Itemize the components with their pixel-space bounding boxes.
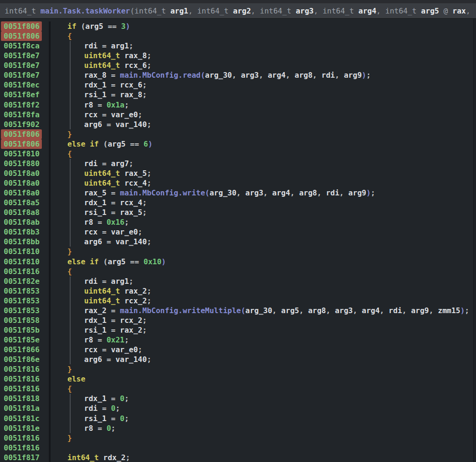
identifier-token[interactable]: rax_2 <box>120 326 142 335</box>
operator-token[interactable]: = <box>98 41 111 50</box>
identifier-token[interactable]: r8 <box>84 424 93 433</box>
argument-token[interactable]: arg5 <box>421 7 439 15</box>
argument-token[interactable]: arg2 <box>233 7 251 15</box>
identifier-token[interactable]: rax_5 <box>125 169 147 178</box>
address[interactable]: 0051f8e7 <box>1 60 42 70</box>
operator-token[interactable]: = <box>98 277 111 286</box>
identifier-token[interactable]: rdi <box>389 306 402 315</box>
operator-token[interactable]: = <box>106 80 120 89</box>
operator-token[interactable]: , <box>259 71 268 80</box>
identifier-token[interactable]: arg7 <box>111 159 129 168</box>
address[interactable]: 0051f81a <box>1 403 42 413</box>
number-token[interactable]: 6 <box>144 140 148 148</box>
identifier-token[interactable]: arg1 <box>111 277 129 286</box>
operator-token[interactable]: ; <box>147 179 152 187</box>
operator-token[interactable]: ; <box>366 71 371 80</box>
operator-token[interactable]: ; <box>129 41 133 50</box>
paren-token[interactable]: ) <box>161 257 166 266</box>
address[interactable]: 0051f858 <box>1 315 42 325</box>
address[interactable]: 0051f8b3 <box>1 227 42 237</box>
identifier-token[interactable]: rcx_4 <box>120 198 142 207</box>
operator-token[interactable]: , <box>326 306 335 315</box>
identifier-token[interactable]: rcx_6 <box>120 80 142 89</box>
identifier-token[interactable]: rcx <box>84 345 98 354</box>
signature-type-token[interactable]: , <box>466 7 470 15</box>
identifier-token[interactable]: rax_8 <box>125 51 147 60</box>
address[interactable]: 0051f81c <box>1 414 42 423</box>
address[interactable]: 0051f853 <box>1 296 42 306</box>
address[interactable]: 0051f8ec <box>1 80 42 90</box>
address[interactable]: 0051f853 <box>1 286 42 296</box>
identifier-token[interactable]: arg9 <box>344 71 362 80</box>
brace-token[interactable]: } <box>67 247 72 256</box>
identifier-token[interactable]: rdi <box>84 159 98 168</box>
address[interactable]: 0051f816 <box>1 374 42 384</box>
operator-token[interactable]: = <box>98 404 111 413</box>
operator-token[interactable]: = <box>106 326 120 335</box>
brace-token[interactable]: } <box>67 130 72 139</box>
number-token[interactable]: 3 <box>121 22 126 31</box>
address-highlighted[interactable]: 0051f806 <box>1 139 42 149</box>
address[interactable]: 0051f816 <box>1 433 42 443</box>
keyword-token[interactable]: else if <box>67 140 99 148</box>
identifier-token[interactable]: rcx_6 <box>125 61 147 70</box>
identifier-token[interactable]: var_140 <box>115 120 146 129</box>
operator-token[interactable]: ; <box>126 453 130 462</box>
operator-token[interactable]: , <box>232 71 241 80</box>
brace-token[interactable]: } <box>67 434 72 442</box>
operator-token[interactable]: ; <box>125 218 129 227</box>
function-call-token[interactable]: main.MbConfig.read( <box>120 71 205 80</box>
address[interactable]: 0051f818 <box>1 394 42 403</box>
address[interactable]: 0051f8ab <box>1 217 42 227</box>
address[interactable]: 0051f8a0 <box>1 168 42 178</box>
identifier-token[interactable]: rsi_1 <box>84 208 106 217</box>
address[interactable]: 0051f85e <box>1 335 42 345</box>
argument-token[interactable]: arg3 <box>296 7 314 15</box>
operator-token[interactable]: ; <box>147 169 152 178</box>
operator-token[interactable]: = <box>106 394 120 403</box>
identifier-token[interactable]: arg5 <box>108 140 126 148</box>
identifier-token[interactable]: arg_30 <box>245 306 272 315</box>
paren-token[interactable]: ) <box>126 22 130 31</box>
address[interactable]: 0051f8fa <box>1 110 42 120</box>
function-call-token[interactable]: ) <box>362 71 366 80</box>
address[interactable]: 0051f8a5 <box>1 198 42 208</box>
identifier-token[interactable]: r8 <box>84 218 93 227</box>
address[interactable]: 0051f8a0 <box>1 178 42 188</box>
identifier-token[interactable]: arg1 <box>111 41 129 50</box>
identifier-token[interactable]: arg8 <box>295 71 313 80</box>
identifier-token[interactable]: var_e0 <box>111 345 138 354</box>
identifier-token[interactable]: rdx_1 <box>84 316 106 325</box>
signature-type-token[interactable]: int64_t <box>260 7 296 15</box>
identifier-token[interactable]: arg5 <box>108 257 126 266</box>
function-call-token[interactable]: main.MbConfig.write( <box>120 188 210 197</box>
address[interactable]: 0051f866 <box>1 345 42 355</box>
identifier-token[interactable]: rdi <box>326 188 339 197</box>
identifier-token[interactable]: arg6 <box>84 237 102 246</box>
keyword-token[interactable]: else <box>67 375 86 383</box>
operator-token[interactable]: , <box>299 306 308 315</box>
argument-token[interactable]: arg4 <box>358 7 377 15</box>
address[interactable]: 0051f8f2 <box>1 100 42 110</box>
operator-token[interactable]: ; <box>147 61 152 70</box>
address[interactable]: 0051f8ca <box>1 41 42 51</box>
scrollbar-track[interactable] <box>473 19 476 462</box>
function-call-token[interactable]: main.MbConfig.writeMultiple( <box>120 306 245 315</box>
operator-token[interactable]: ; <box>115 404 120 413</box>
type-token[interactable]: uint64_t <box>84 169 125 178</box>
identifier-token[interactable]: var_e0 <box>111 110 138 119</box>
operator-token[interactable]: ; <box>125 414 129 423</box>
operator-token[interactable]: , <box>402 306 411 315</box>
operator-token[interactable]: = <box>98 345 111 354</box>
identifier-token[interactable]: var_e0 <box>111 228 138 236</box>
operator-token[interactable]: ; <box>147 355 152 364</box>
operator-token[interactable]: , <box>312 71 321 80</box>
identifier-token[interactable]: var_140 <box>115 355 146 364</box>
operator-token[interactable]: == <box>103 22 121 31</box>
identifier-token[interactable]: rdx_1 <box>84 80 106 89</box>
type-token[interactable]: uint64_t <box>84 296 125 305</box>
number-token[interactable]: 0x21 <box>106 335 125 344</box>
identifier-token[interactable]: arg5 <box>281 306 299 315</box>
identifier-token[interactable]: arg3 <box>245 188 264 197</box>
address[interactable]: 0051f880 <box>1 159 42 168</box>
